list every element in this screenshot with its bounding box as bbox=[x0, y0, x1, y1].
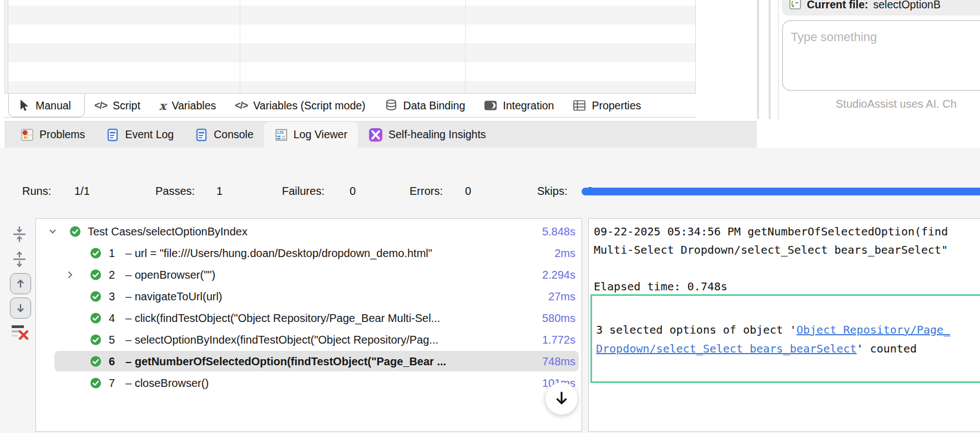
previous-step-button[interactable] bbox=[10, 273, 31, 294]
tab-properties[interactable]: Properties bbox=[563, 94, 650, 117]
tab-log-viewer[interactable]: LOG Log Viewer bbox=[264, 122, 358, 148]
tab-data-binding[interactable]: Data Binding bbox=[375, 94, 475, 117]
step-label: – getNumberOfSelectedOption(findTestObje… bbox=[125, 355, 446, 367]
editor-tab-bar: Manual </> Script x Variables </> Variab… bbox=[4, 93, 696, 118]
test-steps-tree: Test Cases/selectOptionByIndex 5.848s 1 … bbox=[36, 218, 582, 432]
test-object-link[interactable]: Dropdown/select_Select bears_bearSelect bbox=[596, 342, 857, 355]
table-row bbox=[8, 0, 695, 6]
tab-label: Variables (Script mode) bbox=[253, 99, 365, 112]
passed-check-icon bbox=[90, 377, 102, 389]
test-step-row[interactable]: 4 – click(findTestObject("Object Reposit… bbox=[36, 307, 582, 329]
tab-self-healing-insights[interactable]: Self-healing Insights bbox=[358, 122, 497, 148]
tab-label: Problems bbox=[39, 128, 85, 141]
expand-all-button[interactable] bbox=[12, 250, 27, 268]
failures-label: Failures: bbox=[282, 185, 325, 198]
view-tab-bar: Problems Event Log bbox=[4, 121, 757, 148]
test-step-row[interactable]: 3 – navigateToUrl(url) 27ms bbox=[36, 285, 582, 307]
tab-variables[interactable]: x Variables bbox=[150, 94, 225, 117]
tab-variables-script-mode[interactable]: </> Variables (Script mode) bbox=[225, 94, 375, 117]
duration-label: 5.848s bbox=[542, 225, 575, 238]
tab-script[interactable]: </> Script bbox=[85, 94, 150, 117]
console-icon bbox=[195, 128, 208, 142]
table-grid-icon bbox=[573, 99, 586, 112]
tab-integration[interactable]: Integration bbox=[474, 94, 563, 117]
passed-check-icon bbox=[90, 334, 102, 345]
errors-value: 0 bbox=[465, 185, 471, 198]
step-number: 7 bbox=[109, 376, 115, 389]
vertical-scrollbar[interactable] bbox=[4, 0, 8, 93]
tab-label: Self-healing Insights bbox=[388, 128, 486, 141]
tab-label: Console bbox=[214, 128, 254, 141]
step-number: 4 bbox=[109, 311, 115, 324]
duration-label: 1.772s bbox=[542, 333, 575, 346]
tab-label: Integration bbox=[503, 99, 554, 112]
event-log-icon bbox=[106, 128, 119, 142]
tab-label: Log Viewer bbox=[294, 128, 347, 141]
passed-check-icon bbox=[90, 290, 102, 302]
splitter[interactable] bbox=[757, 0, 759, 119]
tab-console[interactable]: Console bbox=[184, 122, 264, 148]
tab-label: Manual bbox=[36, 99, 71, 112]
test-object-link[interactable]: Object Repository/Page_ bbox=[796, 323, 950, 336]
current-file-value: selectOptionB bbox=[873, 0, 941, 11]
tab-label: Script bbox=[113, 99, 140, 112]
test-case-label: Test Cases/selectOptionByIndex bbox=[88, 225, 247, 238]
chevron-down-icon[interactable] bbox=[48, 226, 58, 236]
step-label: – click(findTestObject("Object Repositor… bbox=[125, 311, 440, 324]
passed-check-icon bbox=[90, 269, 102, 280]
studioassist-disclaimer: StudioAssist uses AI. Ch bbox=[779, 98, 980, 110]
splitter[interactable] bbox=[769, 0, 771, 119]
log-line: 09-22-2025 05:34:56 PM getNumberOfSelect… bbox=[594, 223, 980, 241]
studioassist-prompt-input[interactable] bbox=[782, 20, 980, 91]
passes-label: Passes: bbox=[155, 185, 195, 198]
tab-event-log[interactable]: Event Log bbox=[95, 122, 184, 148]
step-label: – openBrowser("") bbox=[125, 268, 215, 281]
column-divider bbox=[240, 0, 240, 93]
current-file-header: Current file: selectOptionB bbox=[782, 0, 980, 16]
cursor-icon bbox=[18, 99, 30, 112]
svg-text:LOG: LOG bbox=[277, 130, 284, 135]
duration-label: 2.294s bbox=[542, 268, 575, 281]
log-viewer-icon: LOG bbox=[275, 128, 288, 142]
self-healing-icon bbox=[368, 128, 383, 142]
step-number: 5 bbox=[109, 333, 115, 346]
table-row bbox=[8, 62, 695, 81]
tab-label: Event Log bbox=[125, 128, 174, 141]
passes-value: 1 bbox=[216, 185, 223, 198]
result-text: ' counted bbox=[857, 342, 917, 355]
tab-label: Data Binding bbox=[403, 99, 466, 112]
runs-label: Runs: bbox=[22, 185, 51, 198]
step-number: 6 bbox=[109, 355, 115, 367]
column-divider bbox=[465, 0, 466, 93]
manual-steps-table bbox=[8, 0, 696, 93]
test-case-row[interactable]: Test Cases/selectOptionByIndex 5.848s bbox=[36, 220, 582, 242]
chevron-right-icon[interactable] bbox=[65, 270, 75, 280]
studioassist-panel: Current file: selectOptionB StudioAssist… bbox=[778, 0, 980, 120]
test-step-row[interactable]: 1 – url = "file:///Users/hung.doan/Deskt… bbox=[36, 242, 582, 264]
table-row bbox=[8, 6, 695, 24]
next-step-button[interactable] bbox=[10, 298, 31, 319]
table-row bbox=[8, 43, 695, 62]
scroll-to-bottom-button[interactable] bbox=[545, 382, 578, 415]
test-step-row[interactable]: 7 – closeBrowser() 101ms bbox=[36, 372, 582, 394]
result-text: 3 selected options of object ' bbox=[596, 323, 796, 336]
step-label: – url = "file:///Users/hung.doan/Desktop… bbox=[125, 246, 432, 259]
clear-log-button[interactable] bbox=[11, 324, 29, 340]
table-row bbox=[8, 24, 695, 43]
katalon-studio-window: Manual </> Script x Variables </> Variab… bbox=[0, 0, 980, 433]
test-step-row[interactable]: 5 – selectOptionByIndex(findTestObject("… bbox=[36, 329, 582, 350]
duration-label: 27ms bbox=[548, 290, 575, 303]
collapse-all-button[interactable] bbox=[12, 225, 27, 243]
duration-label: 2ms bbox=[554, 246, 575, 259]
passed-check-icon bbox=[69, 225, 81, 237]
test-step-row[interactable]: 2 – openBrowser("") 2.294s bbox=[36, 264, 582, 285]
runs-value: 1/1 bbox=[74, 185, 90, 198]
passed-check-icon bbox=[90, 247, 102, 259]
problems-icon bbox=[21, 128, 34, 142]
test-step-row-selected[interactable]: 6 – getNumberOfSelectedOption(findTestOb… bbox=[36, 350, 582, 372]
tab-manual[interactable]: Manual bbox=[8, 94, 85, 117]
tab-problems[interactable]: Problems bbox=[10, 122, 95, 148]
errors-label: Errors: bbox=[410, 185, 443, 198]
log-line: Multi-Select Dropdown/select_Select bear… bbox=[594, 241, 980, 259]
passed-check-icon bbox=[90, 355, 102, 367]
